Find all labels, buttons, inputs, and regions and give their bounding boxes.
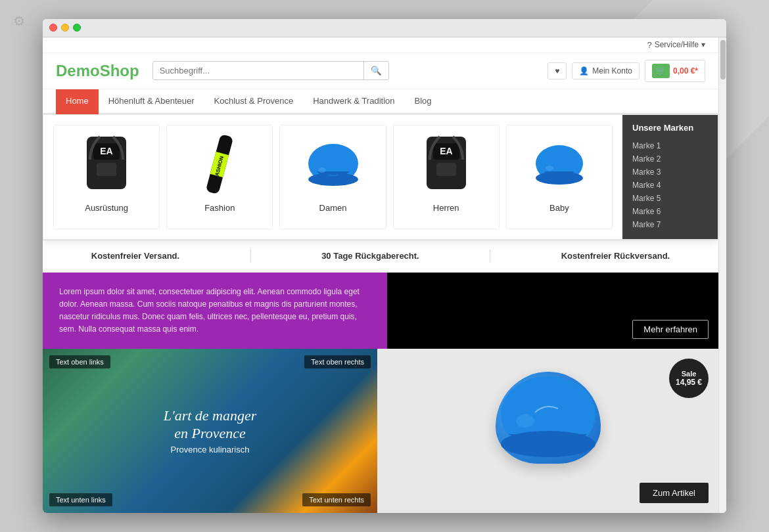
topbar: ? Service/Hilfe ▾ [43,37,718,53]
mehr-erfahren-button[interactable]: Mehr erfahren [632,320,709,339]
svg-rect-13 [436,163,456,176]
cat-img-baby [526,132,592,198]
window-scrollbar[interactable] [718,37,726,514]
landscape-bottom: Text unten links Text unten rechts [49,493,371,506]
corner-label-bl[interactable]: Text unten links [49,493,112,506]
brand-item-7[interactable]: Marke 7 [632,218,708,231]
svg-point-9 [318,167,326,173]
svg-point-19 [516,414,534,428]
scrollbar-thumb [720,40,726,79]
cat-label-ausruestung: Ausrüstung [85,203,128,213]
search-button[interactable]: 🔍 [363,62,388,79]
shop-logo[interactable]: DemoShop [56,62,139,80]
snowboard-svg: FASHION [193,133,246,196]
nav-item-hoehenluft[interactable]: Höhenluft & Abenteuer [99,89,204,114]
macos-icon: ⚙ [13,13,25,29]
brand-item-6[interactable]: Marke 6 [632,205,708,218]
account-label: Mein Konto [592,66,632,76]
hat-damen-svg [304,139,363,191]
category-damen[interactable]: Damen [279,125,386,229]
service-help-label: Service/Hilfe [655,40,699,49]
window-titlebar [43,19,726,37]
nav-item-home[interactable]: Home [56,89,99,114]
brand-item-4[interactable]: Marke 4 [632,179,708,192]
info-bar: Kostenfreier Versand. 30 Tage Rückgabere… [43,240,718,273]
svg-point-16 [546,166,553,171]
cat-img-ausruestung: EA [74,132,139,198]
landscape-top: Text oben links Text oben rechts [49,355,371,368]
browser-window: ? Service/Hilfe ▾ DemoShop 🔍 ♥ 👤 Mein Ko… [43,19,726,514]
cart-button[interactable]: 🛒 0,00 €* [645,60,705,82]
corner-label-tr[interactable]: Text oben rechts [304,355,371,368]
cat-label-damen: Damen [319,203,347,213]
nav-item-kochlust[interactable]: Kochlust & Provence [204,89,304,114]
category-baby[interactable]: Baby [506,125,613,229]
zum-artikel-button[interactable]: Zum Artikel [640,483,709,503]
main-navigation: Home Höhenluft & Abenteuer Kochlust & Pr… [43,89,718,114]
header-actions: ♥ 👤 Mein Konto 🛒 0,00 €* [548,60,705,82]
svg-text:EA: EA [100,146,112,156]
purple-banner: Lorem ipsum dolor sit amet, consectetuer… [43,273,387,349]
wishlist-button[interactable]: ♥ [548,62,567,79]
cart-price: 0,00 €* [673,66,698,76]
shop-container: ? Service/Hilfe ▾ DemoShop 🔍 ♥ 👤 Mein Ko… [43,37,726,514]
purple-banner-text: Lorem ipsum dolor sit amet, consectetuer… [59,286,371,336]
backpack-svg: EA [80,133,133,196]
account-button[interactable]: 👤 Mein Konto [572,62,640,79]
cart-icon: 🛒 [652,64,670,78]
black-banner: Mehr erfahren [387,273,718,349]
cat-label-baby: Baby [549,203,569,213]
nav-item-handwerk[interactable]: Handwerk & Tradition [303,89,404,114]
brand-item-2[interactable]: Marke 2 [632,152,708,166]
brand-item-3[interactable]: Marke 3 [632,166,708,179]
art-sub-text: Provence kulinarisch [164,445,257,454]
category-ausruestung[interactable]: EA Ausrüstung [53,125,160,229]
cat-img-herren: EA [413,132,479,198]
product-hat-svg [496,372,601,464]
info-separator-1 [250,250,251,263]
logo-shop: Shop [100,62,139,79]
cat-label-herren: Herren [433,203,459,213]
service-help-link[interactable]: ? Service/Hilfe ▾ [647,40,705,50]
search-bar: 🔍 [152,61,389,80]
product-hat-image [496,372,601,464]
window-minimize-btn[interactable] [61,24,69,32]
category-fashion[interactable]: FASHION Fashion [166,125,273,229]
chevron-down-icon: ▾ [701,40,705,49]
bottom-section: Text oben links Text oben rechts L'art d… [43,349,718,513]
sale-badge: Sale 14,95 € [669,359,709,398]
brand-item-1[interactable]: Marke 1 [632,139,708,152]
product-panel: Sale 14,95 € Zum Artikel [377,349,718,513]
cat-img-fashion: FASHION [187,132,252,198]
main-banners: Lorem ipsum dolor sit amet, consectetuer… [43,273,718,349]
window-close-btn[interactable] [49,24,57,32]
nav-item-blog[interactable]: Blog [404,89,441,114]
logo-demo: Demo [56,62,100,79]
corner-label-br[interactable]: Text unten rechts [302,493,371,506]
sale-label: Sale [682,370,697,378]
landscape-panel: Text oben links Text oben rechts L'art d… [43,349,377,513]
category-grid: EA Ausrüstung [43,115,622,239]
category-dropdown: EA Ausrüstung [43,114,718,240]
backpack-herren-svg: EA [420,133,473,196]
hat-baby-svg [530,139,589,191]
search-input[interactable] [153,62,363,79]
svg-rect-3 [97,163,116,176]
category-herren[interactable]: EA Herren [393,125,500,229]
corner-label-tl[interactable]: Text oben links [49,355,110,368]
art-main-text: L'art de mangeren Provence [164,407,257,442]
question-icon: ? [647,40,651,50]
user-icon: 👤 [579,66,589,76]
info-item-1: Kostenfreier Versand. [91,251,179,261]
svg-text:EA: EA [440,146,452,156]
header: DemoShop 🔍 ♥ 👤 Mein Konto 🛒 0,00 €* [43,53,718,89]
cat-label-fashion: Fashion [204,203,235,213]
art-text: L'art de mangeren Provence Provence kuli… [164,407,257,454]
info-item-3: Kostenfreier Rückversand. [561,251,670,261]
cat-img-damen [300,132,366,198]
brands-title: Unsere Marken [632,123,708,133]
info-item-2: 30 Tage Rückgaberecht. [321,251,419,261]
window-maximize-btn[interactable] [73,24,81,32]
brand-item-5[interactable]: Marke 5 [632,192,708,205]
info-separator-2 [490,250,490,263]
